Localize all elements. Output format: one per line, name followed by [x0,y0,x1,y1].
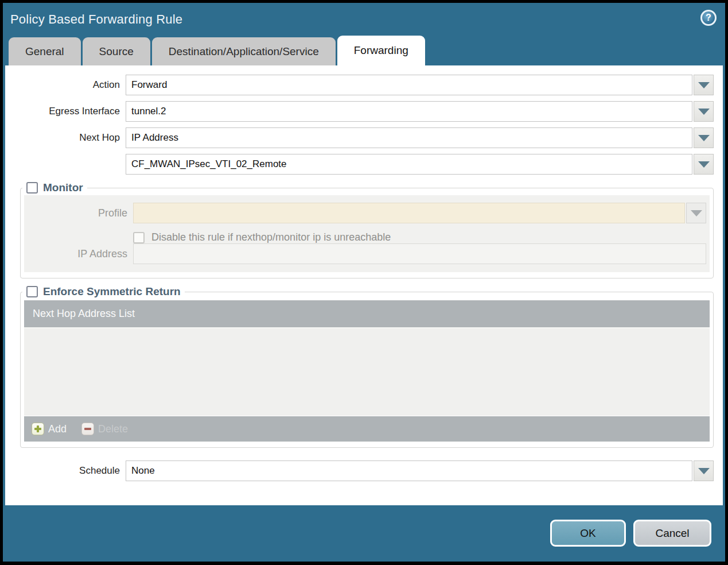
next-hop-type-input[interactable] [126,127,692,148]
dialog-footer: OK Cancel [3,505,725,560]
action-label: Action [5,79,126,91]
monitor-panel: Profile Disable this rule if nexthop/mon… [24,195,710,272]
chevron-down-icon [698,109,710,115]
chevron-down-icon [698,82,710,88]
next-hop-address-input[interactable] [126,154,692,175]
monitor-ip-address-row: IP Address [24,243,706,264]
egress-interface-input[interactable] [126,101,692,122]
action-dropdown-button[interactable] [694,75,714,95]
add-button-label: Add [48,423,67,435]
table-toolbar: Add Delete [24,416,710,442]
delete-button[interactable]: Delete [81,423,128,435]
profile-dropdown-button[interactable] [686,203,706,223]
add-button[interactable]: Add [32,423,67,435]
symmetric-return-legend-label: Enforce Symmetric Return [43,285,181,298]
egress-interface-label: Egress Interface [5,106,126,117]
help-icon[interactable]: ? [700,10,717,26]
tab-general[interactable]: General [9,37,81,65]
profile-row: Profile [24,203,706,223]
monitor-legend-label: Monitor [43,181,83,194]
footer-button-group: OK Cancel [550,520,711,547]
monitor-checkbox[interactable] [26,182,38,194]
monitor-ip-address-input[interactable] [133,243,706,264]
plus-icon [32,423,44,435]
cancel-button[interactable]: Cancel [633,520,711,547]
chevron-down-icon [691,210,702,216]
table-header: Next Hop Address List [24,300,710,327]
delete-button-label: Delete [98,423,128,435]
dialog-title: Policy Based Forwarding Rule [10,12,182,27]
next-hop-row: Next Hop [5,127,723,148]
schedule-dropdown-button[interactable] [694,460,714,481]
next-hop-address-row [5,154,723,175]
symmetric-return-fieldset: Enforce Symmetric Return Next Hop Addres… [20,285,714,448]
disable-rule-row: Disable this rule if nexthop/monitor ip … [133,231,706,243]
profile-label: Profile [24,207,133,219]
next-hop-address-list-table: Next Hop Address List Add Delete [24,300,710,442]
schedule-row: Schedule [5,460,723,481]
schedule-label: Schedule [5,465,126,477]
tab-source[interactable]: Source [83,37,150,65]
disable-rule-checkbox[interactable] [133,232,145,243]
profile-input[interactable] [133,203,685,223]
chevron-down-icon [698,161,710,168]
chevron-down-icon [698,468,710,474]
pbf-rule-dialog: Policy Based Forwarding Rule ? General S… [3,3,725,562]
action-input[interactable] [126,75,692,95]
egress-interface-row: Egress Interface [5,101,723,122]
tab-strip: General Source Destination/Application/S… [3,36,725,65]
minus-icon [81,423,94,435]
forwarding-tab-panel: Action Egress Interface Next Hop [5,65,723,505]
next-hop-label: Next Hop [5,132,126,144]
next-hop-address-list-column-header: Next Hop Address List [33,308,135,320]
ok-button[interactable]: OK [550,520,626,547]
monitor-legend: Monitor [22,181,87,194]
dialog-titlebar: Policy Based Forwarding Rule ? [3,3,725,36]
tab-destination-application-service[interactable]: Destination/Application/Service [152,37,336,65]
egress-interface-dropdown-button[interactable] [694,101,714,122]
schedule-input[interactable] [126,460,692,481]
symmetric-return-legend: Enforce Symmetric Return [22,285,185,298]
chevron-down-icon [698,135,710,141]
monitor-ip-address-label: IP Address [24,248,133,260]
table-body-empty[interactable] [24,327,710,416]
disable-rule-label: Disable this rule if nexthop/monitor ip … [151,231,391,243]
next-hop-type-dropdown-button[interactable] [694,127,714,148]
action-row: Action [5,75,723,95]
symmetric-return-checkbox[interactable] [26,286,38,297]
tab-forwarding[interactable]: Forwarding [337,36,425,65]
next-hop-address-dropdown-button[interactable] [694,154,714,175]
monitor-fieldset: Monitor Profile Disable this rule if nex… [20,181,714,278]
